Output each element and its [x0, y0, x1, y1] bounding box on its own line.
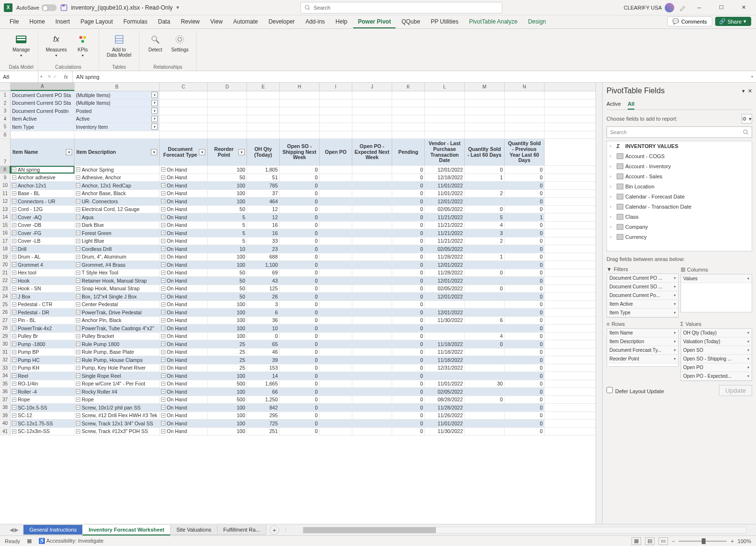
collapse-icon[interactable]: − — [76, 350, 80, 354]
collapse-icon[interactable]: − — [12, 175, 16, 180]
qty-prev-60[interactable]: 0 — [505, 340, 545, 348]
item-desc[interactable]: −Center Pedestal — [74, 301, 160, 309]
item-name[interactable]: −Cover -LB — [11, 237, 74, 245]
measures-button[interactable]: fxMeasures▾ — [42, 31, 71, 63]
maximize-button[interactable]: ☐ — [713, 1, 730, 14]
open-po[interactable] — [320, 380, 352, 388]
formula-input[interactable]: AN spring — [73, 74, 751, 80]
pending[interactable]: 0 — [392, 333, 425, 340]
last-date[interactable]: 11/21/2022 — [425, 237, 465, 245]
accessibility-status[interactable]: ♿ Accessibility: Investigate — [38, 538, 104, 544]
last-date[interactable]: 11/28/2022 — [425, 253, 465, 261]
item-name[interactable]: −Anchor adhesive — [11, 174, 74, 182]
expected[interactable] — [352, 309, 392, 316]
cell[interactable] — [247, 131, 280, 139]
oh-qty[interactable]: 46 — [247, 348, 280, 356]
qty-prev-60[interactable]: 0 — [505, 388, 545, 396]
open-po[interactable] — [320, 213, 352, 221]
row-header[interactable]: 32 — [0, 356, 11, 364]
forecast-type[interactable]: −On Hand — [160, 317, 208, 324]
pane-gear-button[interactable]: ⚙ ▾ — [742, 114, 752, 124]
expected[interactable] — [352, 229, 392, 237]
open-po[interactable] — [320, 198, 352, 205]
open-so[interactable]: 0 — [280, 348, 320, 356]
qty-60[interactable] — [465, 324, 505, 332]
filter-value[interactable]: Inventory Item▾ — [74, 123, 160, 131]
forecast-type[interactable]: −On Hand — [160, 198, 208, 205]
collapse-icon[interactable]: − — [161, 215, 165, 219]
collapse-icon[interactable]: − — [12, 247, 16, 251]
last-date[interactable]: 08/28/2022 — [425, 396, 465, 404]
forecast-type[interactable]: −On Hand — [160, 380, 208, 388]
cell[interactable] — [160, 99, 208, 107]
cell[interactable] — [320, 91, 352, 99]
open-po[interactable] — [320, 348, 352, 356]
reorder[interactable]: 100 — [208, 301, 247, 309]
item-desc[interactable]: −Rope w/Core 1/4" - Per Foot — [74, 380, 160, 388]
forecast-type[interactable]: −On Hand — [160, 229, 208, 237]
col-header-J[interactable]: J — [352, 83, 392, 91]
collapse-icon[interactable]: − — [12, 421, 16, 425]
last-date[interactable]: 11/21/2022 — [425, 213, 465, 221]
cell[interactable] — [352, 107, 392, 115]
col-header-K[interactable]: K — [392, 83, 425, 91]
pending[interactable]: 0 — [392, 285, 425, 293]
collapse-icon[interactable]: − — [12, 215, 16, 219]
hdr-opo[interactable]: Open PO — [320, 139, 352, 165]
expected[interactable] — [352, 396, 392, 404]
cell[interactable] — [392, 91, 425, 99]
collapse-icon[interactable]: − — [76, 294, 80, 298]
cell[interactable] — [280, 123, 320, 131]
forecast-type[interactable]: −On Hand — [160, 285, 208, 293]
collapse-icon[interactable]: − — [76, 215, 80, 219]
item-desc[interactable]: −Rope — [74, 396, 160, 404]
cell[interactable] — [160, 91, 208, 99]
row-header[interactable]: 18 — [0, 245, 11, 253]
pending[interactable]: 0 — [392, 190, 425, 198]
row-header[interactable]: 22 — [0, 277, 11, 285]
collapse-icon[interactable]: − — [161, 382, 165, 386]
tab-review[interactable]: Review — [176, 16, 204, 28]
collapse-icon[interactable]: − — [76, 358, 80, 362]
pending[interactable]: 0 — [392, 301, 425, 309]
pending[interactable]: 0 — [392, 198, 425, 205]
qty-prev-60[interactable]: 0 — [505, 380, 545, 388]
cell[interactable] — [505, 131, 545, 139]
open-po[interactable] — [320, 293, 352, 300]
item-name[interactable]: −Hook — [11, 277, 74, 285]
last-date[interactable]: 11/01/2022 — [425, 380, 465, 388]
row-header[interactable]: 27 — [0, 317, 11, 324]
item-name[interactable]: −Grommet 4 — [11, 261, 74, 269]
pending[interactable]: 0 — [392, 213, 425, 221]
tab-file[interactable]: File — [5, 16, 24, 28]
item-name[interactable]: −Cover -DB — [11, 222, 74, 229]
oh-qty[interactable]: 1,100 — [247, 261, 280, 269]
filter-value[interactable]: (Multiple Items)▾ — [74, 91, 160, 99]
last-date[interactable] — [425, 324, 465, 332]
qty-60[interactable]: 30 — [465, 380, 505, 388]
col-header-L[interactable]: L — [425, 83, 465, 91]
tab-power-pivot[interactable]: Power Pivot — [353, 16, 396, 28]
expected[interactable] — [352, 412, 392, 420]
collapse-icon[interactable]: − — [12, 199, 16, 203]
expected[interactable] — [352, 317, 392, 324]
open-so[interactable]: 0 — [280, 428, 320, 435]
expected[interactable] — [352, 388, 392, 396]
pending[interactable]: 0 — [392, 309, 425, 316]
row-header[interactable]: 25 — [0, 301, 11, 309]
last-date[interactable]: 11/28/2022 — [425, 404, 465, 411]
forecast-type[interactable]: −On Hand — [160, 364, 208, 372]
open-so[interactable]: 0 — [280, 206, 320, 213]
open-so[interactable]: 0 — [280, 324, 320, 332]
page-break-button[interactable]: ▭ — [658, 537, 668, 545]
qty-60[interactable] — [465, 404, 505, 411]
qty-60[interactable]: 2 — [465, 190, 505, 198]
expected[interactable] — [352, 285, 392, 293]
pane-tab-active[interactable]: Active — [607, 99, 621, 110]
open-so[interactable]: 0 — [280, 261, 320, 269]
qty-60[interactable]: 3 — [465, 229, 505, 237]
row-header[interactable]: 36 — [0, 388, 11, 396]
filter-icon[interactable]: ▾ — [238, 149, 245, 155]
collapse-icon[interactable]: − — [12, 223, 16, 227]
close-button[interactable]: ✕ — [735, 1, 752, 14]
